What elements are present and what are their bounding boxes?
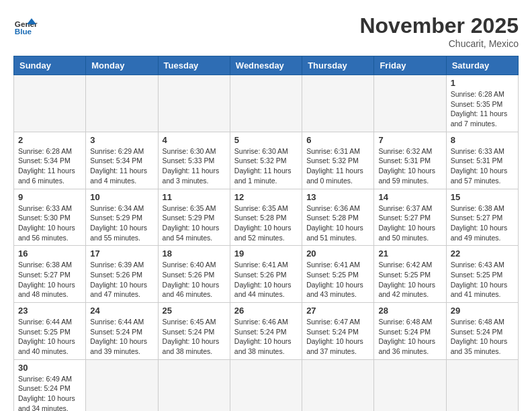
day-number: 29 bbox=[451, 306, 514, 316]
day-number: 13 bbox=[306, 192, 369, 202]
logo: General Blue bbox=[13, 13, 38, 38]
calendar-cell: 22Sunrise: 6:43 AM Sunset: 5:25 PM Dayli… bbox=[446, 246, 518, 303]
day-number: 2 bbox=[18, 135, 81, 145]
calendar-cell: 27Sunrise: 6:47 AM Sunset: 5:24 PM Dayli… bbox=[302, 303, 374, 360]
day-number: 24 bbox=[90, 306, 153, 316]
day-number: 6 bbox=[306, 135, 369, 145]
day-number: 3 bbox=[90, 135, 153, 145]
day-number: 21 bbox=[378, 248, 441, 259]
day-number: 25 bbox=[163, 306, 226, 316]
calendar-cell: 25Sunrise: 6:45 AM Sunset: 5:24 PM Dayli… bbox=[158, 303, 230, 360]
day-number: 4 bbox=[163, 135, 226, 145]
logo-icon: General Blue bbox=[13, 13, 38, 38]
weekday-header-tuesday: Tuesday bbox=[158, 56, 230, 75]
day-info: Sunrise: 6:32 AM Sunset: 5:31 PM Dayligh… bbox=[378, 146, 441, 186]
calendar-cell: 24Sunrise: 6:44 AM Sunset: 5:24 PM Dayli… bbox=[86, 303, 158, 360]
day-number: 5 bbox=[234, 135, 298, 145]
day-info: Sunrise: 6:44 AM Sunset: 5:24 PM Dayligh… bbox=[90, 317, 153, 357]
day-number: 26 bbox=[234, 306, 298, 316]
title-area: November 2025 Chucarit, Mexico bbox=[359, 13, 519, 49]
day-number: 22 bbox=[451, 248, 514, 259]
calendar-week-row: 23Sunrise: 6:44 AM Sunset: 5:25 PM Dayli… bbox=[14, 303, 519, 360]
day-info: Sunrise: 6:45 AM Sunset: 5:24 PM Dayligh… bbox=[163, 317, 226, 357]
day-info: Sunrise: 6:38 AM Sunset: 5:27 PM Dayligh… bbox=[451, 203, 514, 243]
day-number: 7 bbox=[378, 135, 441, 145]
weekday-header-sunday: Sunday bbox=[14, 56, 86, 75]
calendar-cell: 17Sunrise: 6:39 AM Sunset: 5:26 PM Dayli… bbox=[86, 246, 158, 303]
weekday-header-thursday: Thursday bbox=[302, 56, 374, 75]
day-number: 1 bbox=[451, 78, 514, 88]
day-number: 8 bbox=[451, 135, 514, 145]
day-number: 30 bbox=[18, 363, 81, 373]
calendar-cell bbox=[302, 75, 374, 132]
day-info: Sunrise: 6:37 AM Sunset: 5:27 PM Dayligh… bbox=[378, 203, 441, 243]
calendar-week-row: 2Sunrise: 6:28 AM Sunset: 5:34 PM Daylig… bbox=[14, 132, 519, 189]
calendar-cell: 12Sunrise: 6:35 AM Sunset: 5:28 PM Dayli… bbox=[230, 189, 302, 246]
day-number: 10 bbox=[90, 192, 153, 202]
page-header: General Blue November 2025 Chucarit, Mex… bbox=[13, 13, 519, 49]
day-number: 16 bbox=[18, 248, 81, 259]
day-info: Sunrise: 6:35 AM Sunset: 5:28 PM Dayligh… bbox=[234, 203, 298, 243]
calendar-cell bbox=[374, 75, 446, 132]
calendar-cell: 6Sunrise: 6:31 AM Sunset: 5:32 PM Daylig… bbox=[302, 132, 374, 189]
day-number: 19 bbox=[234, 248, 298, 259]
day-number: 23 bbox=[18, 306, 81, 316]
day-info: Sunrise: 6:41 AM Sunset: 5:25 PM Dayligh… bbox=[306, 260, 369, 300]
location: Chucarit, Mexico bbox=[359, 38, 519, 49]
day-number: 12 bbox=[234, 192, 298, 202]
calendar-week-row: 16Sunrise: 6:38 AM Sunset: 5:27 PM Dayli… bbox=[14, 246, 519, 303]
day-number: 27 bbox=[306, 306, 369, 316]
day-info: Sunrise: 6:42 AM Sunset: 5:25 PM Dayligh… bbox=[378, 260, 441, 300]
calendar-cell bbox=[230, 359, 302, 411]
day-info: Sunrise: 6:33 AM Sunset: 5:30 PM Dayligh… bbox=[18, 203, 81, 243]
calendar-cell: 15Sunrise: 6:38 AM Sunset: 5:27 PM Dayli… bbox=[446, 189, 518, 246]
weekday-header-saturday: Saturday bbox=[446, 56, 518, 75]
calendar-cell bbox=[158, 75, 230, 132]
day-info: Sunrise: 6:38 AM Sunset: 5:27 PM Dayligh… bbox=[18, 260, 81, 300]
weekday-header-wednesday: Wednesday bbox=[230, 56, 302, 75]
day-info: Sunrise: 6:36 AM Sunset: 5:28 PM Dayligh… bbox=[306, 203, 369, 243]
day-info: Sunrise: 6:30 AM Sunset: 5:33 PM Dayligh… bbox=[163, 146, 226, 186]
calendar-cell: 1Sunrise: 6:28 AM Sunset: 5:35 PM Daylig… bbox=[446, 75, 518, 132]
day-number: 18 bbox=[163, 248, 226, 259]
day-info: Sunrise: 6:39 AM Sunset: 5:26 PM Dayligh… bbox=[90, 260, 153, 300]
calendar-cell: 26Sunrise: 6:46 AM Sunset: 5:24 PM Dayli… bbox=[230, 303, 302, 360]
day-info: Sunrise: 6:40 AM Sunset: 5:26 PM Dayligh… bbox=[163, 260, 226, 300]
day-info: Sunrise: 6:49 AM Sunset: 5:24 PM Dayligh… bbox=[18, 374, 81, 411]
calendar-cell bbox=[158, 359, 230, 411]
day-info: Sunrise: 6:43 AM Sunset: 5:25 PM Dayligh… bbox=[451, 260, 514, 300]
weekday-header-monday: Monday bbox=[86, 56, 158, 75]
day-number: 17 bbox=[90, 248, 153, 259]
calendar-week-row: 30Sunrise: 6:49 AM Sunset: 5:24 PM Dayli… bbox=[14, 359, 519, 411]
day-info: Sunrise: 6:28 AM Sunset: 5:34 PM Dayligh… bbox=[18, 146, 81, 186]
day-number: 14 bbox=[378, 192, 441, 202]
calendar-cell bbox=[374, 359, 446, 411]
calendar-week-row: 9Sunrise: 6:33 AM Sunset: 5:30 PM Daylig… bbox=[14, 189, 519, 246]
calendar-cell: 5Sunrise: 6:30 AM Sunset: 5:32 PM Daylig… bbox=[230, 132, 302, 189]
calendar-cell: 2Sunrise: 6:28 AM Sunset: 5:34 PM Daylig… bbox=[14, 132, 86, 189]
day-number: 28 bbox=[378, 306, 441, 316]
day-number: 11 bbox=[163, 192, 226, 202]
calendar-cell: 30Sunrise: 6:49 AM Sunset: 5:24 PM Dayli… bbox=[14, 359, 86, 411]
calendar-cell: 28Sunrise: 6:48 AM Sunset: 5:24 PM Dayli… bbox=[374, 303, 446, 360]
day-info: Sunrise: 6:28 AM Sunset: 5:35 PM Dayligh… bbox=[451, 89, 514, 129]
calendar-cell: 11Sunrise: 6:35 AM Sunset: 5:29 PM Dayli… bbox=[158, 189, 230, 246]
weekday-header-friday: Friday bbox=[374, 56, 446, 75]
day-number: 15 bbox=[451, 192, 514, 202]
day-info: Sunrise: 6:48 AM Sunset: 5:24 PM Dayligh… bbox=[451, 317, 514, 357]
calendar-cell: 4Sunrise: 6:30 AM Sunset: 5:33 PM Daylig… bbox=[158, 132, 230, 189]
svg-text:Blue: Blue bbox=[15, 27, 32, 36]
calendar-cell bbox=[86, 75, 158, 132]
calendar-cell: 20Sunrise: 6:41 AM Sunset: 5:25 PM Dayli… bbox=[302, 246, 374, 303]
day-number: 20 bbox=[306, 248, 369, 259]
day-info: Sunrise: 6:35 AM Sunset: 5:29 PM Dayligh… bbox=[163, 203, 226, 243]
calendar-cell bbox=[302, 359, 374, 411]
day-info: Sunrise: 6:31 AM Sunset: 5:32 PM Dayligh… bbox=[306, 146, 369, 186]
calendar-cell: 19Sunrise: 6:41 AM Sunset: 5:26 PM Dayli… bbox=[230, 246, 302, 303]
day-info: Sunrise: 6:44 AM Sunset: 5:25 PM Dayligh… bbox=[18, 317, 81, 357]
calendar-cell: 10Sunrise: 6:34 AM Sunset: 5:29 PM Dayli… bbox=[86, 189, 158, 246]
calendar-cell: 16Sunrise: 6:38 AM Sunset: 5:27 PM Dayli… bbox=[14, 246, 86, 303]
calendar-cell: 18Sunrise: 6:40 AM Sunset: 5:26 PM Dayli… bbox=[158, 246, 230, 303]
calendar-cell bbox=[14, 75, 86, 132]
calendar-cell: 8Sunrise: 6:33 AM Sunset: 5:31 PM Daylig… bbox=[446, 132, 518, 189]
